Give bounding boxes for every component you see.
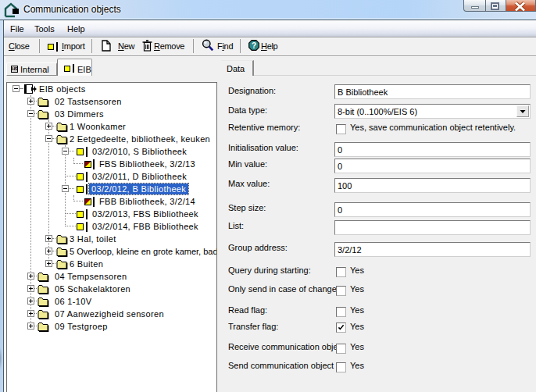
svg-text:?: ? [252,41,256,50]
